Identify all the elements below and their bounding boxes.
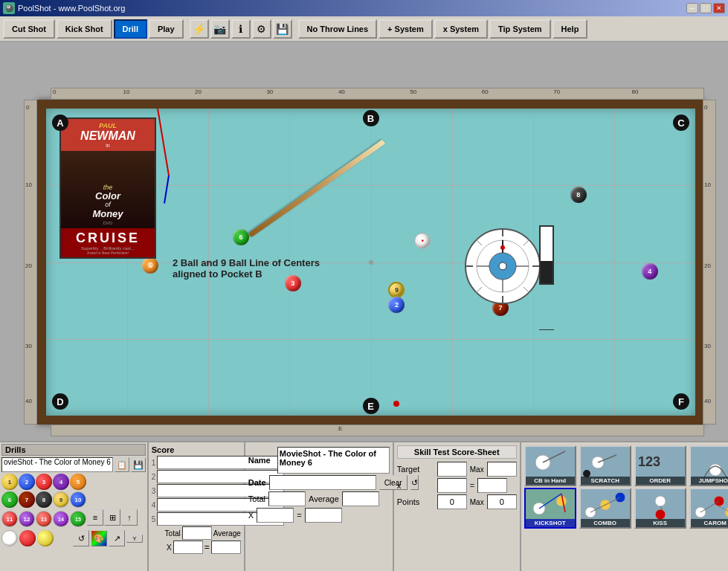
system-x-button[interactable]: x System bbox=[434, 19, 488, 39]
skill-target-row: Target Max bbox=[397, 462, 517, 477]
drills-name-field[interactable]: ovieShot - The Color of Money 6 bbox=[1, 457, 113, 472]
cue-stick bbox=[248, 140, 385, 238]
ball-5[interactable]: ⑤ bbox=[142, 257, 158, 274]
shots-row-2: KICKSHOT COMBO bbox=[524, 488, 728, 529]
ball-2[interactable]: 2 bbox=[388, 297, 405, 313]
ball-btn-15[interactable]: 15 bbox=[70, 511, 86, 527]
power-icon-button[interactable]: ⚡ bbox=[190, 19, 209, 39]
cut-shot-button[interactable]: Cut Shot bbox=[3, 19, 55, 39]
settings-icon-button[interactable]: ⚙ bbox=[252, 19, 271, 39]
ball-btn-14[interactable]: 14 bbox=[53, 511, 69, 527]
no-throw-lines-button[interactable]: No Throw Lines bbox=[298, 19, 378, 39]
camera-icon-button[interactable]: 📷 bbox=[210, 19, 230, 39]
drills-list-button[interactable]: ≡ bbox=[87, 509, 103, 526]
jumpshot-thumb[interactable]: JUMPSHOT bbox=[689, 445, 728, 486]
ball-4[interactable]: 4 bbox=[642, 263, 658, 280]
ball-btn-4[interactable]: 4 bbox=[53, 474, 69, 490]
ball-btn-3[interactable]: 3 bbox=[36, 474, 52, 490]
ball-btn-1[interactable]: 1 bbox=[1, 474, 18, 490]
ball-6[interactable]: 6 bbox=[233, 229, 249, 245]
nd-eq-result-field[interactable] bbox=[305, 508, 342, 523]
ball-btn-7[interactable]: 7 bbox=[19, 491, 35, 508]
score-x-label: X bbox=[152, 543, 172, 552]
nd-x-field[interactable] bbox=[257, 508, 294, 523]
ball-btn-11[interactable]: 11 bbox=[1, 511, 18, 527]
order-label: ORDER bbox=[636, 477, 685, 485]
drill-button[interactable]: Drill bbox=[114, 19, 147, 39]
play-button[interactable]: Play bbox=[149, 19, 184, 39]
score-eq-label: = bbox=[204, 542, 210, 552]
drills-arrow-button[interactable]: ↗ bbox=[109, 530, 125, 546]
combo-thumb[interactable]: COMBO bbox=[579, 488, 631, 529]
drills-up-button[interactable]: ↑ bbox=[121, 509, 138, 526]
help-button[interactable]: Help bbox=[553, 19, 588, 39]
svg-point-17 bbox=[500, 245, 505, 250]
system-plus-button[interactable]: + System bbox=[379, 19, 433, 39]
svg-point-30 bbox=[556, 496, 567, 506]
score-panel: Score 1 2 3 4 5 Total bbox=[149, 442, 245, 571]
scratch-label: SCRATCH bbox=[581, 477, 630, 485]
ball-grid-2: 6 7 8 9 10 bbox=[1, 491, 146, 508]
jumpshot-label: JUMPSHOT bbox=[691, 477, 728, 485]
ruler-bottom: E bbox=[51, 425, 704, 436]
kickshot-thumb[interactable]: KICKSHOT bbox=[524, 488, 576, 529]
skill-x-field[interactable] bbox=[437, 478, 467, 493]
nd-total-field[interactable] bbox=[268, 491, 306, 506]
ball-btn-cue[interactable] bbox=[1, 530, 18, 546]
nd-total-label: Total bbox=[248, 494, 265, 503]
nd-date-field[interactable] bbox=[269, 475, 376, 490]
drills-color-button[interactable]: 🎨 bbox=[91, 530, 107, 546]
kiss-thumb[interactable]: KISS bbox=[634, 488, 686, 529]
ball-btn-red-solid[interactable] bbox=[19, 530, 36, 546]
ball-btn-6[interactable]: 6 bbox=[1, 491, 18, 508]
drills-bottom-row: ↺ 🎨 ↗ Y bbox=[1, 530, 146, 546]
skill-max-field[interactable] bbox=[487, 462, 517, 477]
ball-9[interactable]: 9 bbox=[388, 282, 405, 298]
score-num-4: 4 bbox=[152, 501, 156, 509]
skill-points-max-label: Max bbox=[470, 498, 484, 506]
nd-avg-field[interactable] bbox=[342, 491, 379, 506]
ball-btn-12[interactable]: 12 bbox=[19, 511, 35, 527]
score-result-field[interactable] bbox=[211, 541, 241, 554]
cb-in-hand-label: CB in Hand bbox=[526, 477, 575, 485]
scratch-thumb[interactable]: SCRATCH bbox=[579, 445, 631, 486]
tip-system-button[interactable]: Tip System bbox=[489, 19, 551, 39]
skill-x-label: x bbox=[397, 481, 434, 490]
drills-copy-button[interactable]: 📋 bbox=[115, 457, 129, 472]
minimize-button[interactable]: ─ bbox=[686, 3, 698, 13]
cue-ball[interactable]: • bbox=[414, 233, 431, 249]
ball-btn-2[interactable]: 2 bbox=[19, 474, 35, 490]
close-button[interactable]: ✕ bbox=[713, 3, 725, 13]
ball-btn-5[interactable]: 5 bbox=[70, 474, 86, 490]
ruler-right: 0 10 20 30 40 bbox=[703, 100, 716, 425]
ball-btn-13[interactable]: 13 bbox=[36, 511, 52, 527]
drills-grid-button[interactable]: ⊞ bbox=[104, 509, 120, 526]
skill-max-label: Max bbox=[470, 465, 484, 474]
nd-name-field[interactable]: MovieShot - The Color of Money 6 bbox=[277, 447, 390, 474]
skill-eq-result-field[interactable] bbox=[477, 478, 507, 493]
score-x-field[interactable] bbox=[173, 541, 203, 554]
score-title: Score bbox=[152, 445, 241, 454]
export-icon-button[interactable]: 💾 bbox=[273, 19, 292, 39]
ball-btn-yellow-solid[interactable] bbox=[37, 530, 54, 546]
maximize-button[interactable]: □ bbox=[700, 3, 712, 13]
skill-target-field[interactable] bbox=[437, 462, 467, 477]
drills-y-button[interactable]: Y bbox=[126, 535, 143, 543]
drills-rotate-button[interactable]: ↺ bbox=[73, 530, 89, 546]
carom-thumb[interactable]: CAROM bbox=[689, 488, 728, 529]
info-icon-button[interactable]: ℹ bbox=[231, 19, 251, 39]
drills-save-button[interactable]: 💾 bbox=[131, 457, 146, 472]
shots-panel: CB in Hand SCRATCH 123 bbox=[521, 442, 728, 571]
annotation-text: 2 Ball and 9 Ball Line of Centers aligne… bbox=[173, 257, 320, 280]
nd-total-row: Total Average bbox=[248, 491, 390, 506]
ball-btn-10[interactable]: 10 bbox=[70, 491, 86, 508]
skill-points-row: Points 0 Max 0 bbox=[397, 494, 517, 509]
score-num-5: 5 bbox=[152, 515, 156, 523]
ball-btn-9[interactable]: 9 bbox=[53, 491, 69, 508]
kick-shot-button[interactable]: Kick Shot bbox=[57, 19, 112, 39]
ball-btn-8[interactable]: 8 bbox=[36, 491, 52, 508]
cb-in-hand-thumb[interactable]: CB in Hand bbox=[524, 445, 576, 486]
ball-8[interactable]: 8 bbox=[570, 187, 587, 203]
order-thumb[interactable]: 123 ORDER bbox=[634, 445, 686, 486]
score-total-field[interactable] bbox=[182, 526, 212, 540]
